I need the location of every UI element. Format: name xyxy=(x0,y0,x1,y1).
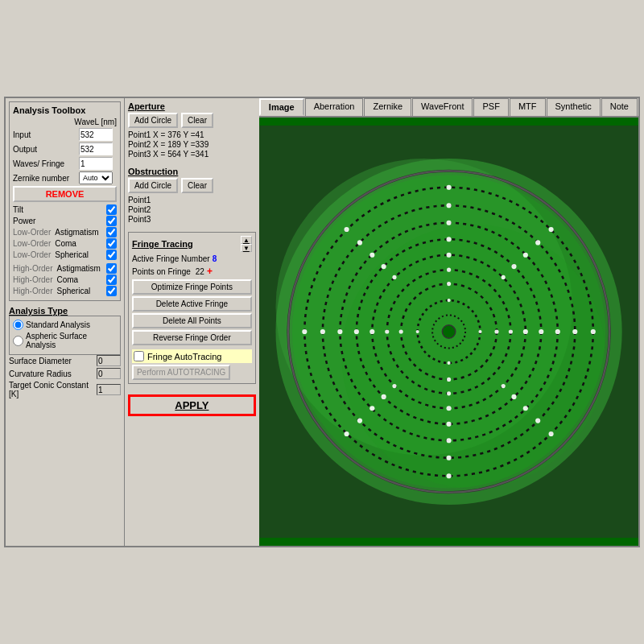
obstruction-section: Obstruction Add Circle Clear Point1 Poin… xyxy=(128,163,256,225)
analysis-toolbox-title: Analysis Toolbox xyxy=(13,105,117,115)
curvature-radius-field[interactable] xyxy=(97,368,121,379)
obstruction-point3: Point3 xyxy=(128,215,256,224)
surface-diameter-row: Surface Diameter xyxy=(9,355,121,366)
add-point-button[interactable]: + xyxy=(207,266,213,277)
svg-point-68 xyxy=(442,325,455,338)
svg-point-35 xyxy=(337,329,342,334)
svg-point-21 xyxy=(548,431,553,436)
remove-button[interactable]: REMOVE xyxy=(13,186,117,202)
input-label: Input xyxy=(13,130,77,139)
autotracing-checkbox[interactable] xyxy=(134,351,144,361)
fringe-down-arrow[interactable]: ▼ xyxy=(241,244,252,252)
svg-point-49 xyxy=(523,329,528,334)
svg-point-27 xyxy=(320,329,325,334)
svg-point-40 xyxy=(446,237,451,242)
power-checkbox[interactable] xyxy=(106,216,117,226)
lo-astigmatism-row: Low-Order Astigmatism xyxy=(13,227,117,237)
points-on-fringe-value: 22 xyxy=(196,267,204,276)
fringe-tracing-title: Fringe Tracing xyxy=(132,239,193,249)
delete-active-fringe-button[interactable]: Delete Active Fringe xyxy=(132,296,252,312)
ho-coma-checkbox[interactable] xyxy=(106,275,117,285)
svg-point-18 xyxy=(446,473,451,478)
aspheric-analysis-radio[interactable] xyxy=(13,336,23,346)
power-label: Power xyxy=(13,217,104,225)
active-fringe-label: Active Fringe Number xyxy=(132,254,210,263)
points-on-fringe-label: Points on Fringe xyxy=(132,267,191,276)
svg-point-29 xyxy=(535,419,540,423)
perform-autotracing-button[interactable]: Perform AUTOTRACING xyxy=(132,365,230,380)
svg-point-57 xyxy=(509,329,513,333)
svg-point-52 xyxy=(501,275,505,279)
svg-point-33 xyxy=(555,329,560,334)
aspheric-analysis-row: Aspheric SurfaceAnalysis xyxy=(13,332,117,349)
waves-fringe-field[interactable] xyxy=(79,157,113,170)
ho-astigmatism-checkbox[interactable] xyxy=(106,263,117,274)
standard-analysis-label: Standard Analysis xyxy=(26,320,90,329)
tab-aberration[interactable]: Aberration xyxy=(305,98,364,116)
active-fringe-row: Active Fringe Number 8 xyxy=(132,254,252,263)
input-field[interactable] xyxy=(79,128,113,141)
zernike-select[interactable]: Auto xyxy=(79,171,113,184)
tilt-checkbox[interactable] xyxy=(106,204,117,215)
reverse-fringe-order-button[interactable]: Reverse Fringe Order xyxy=(132,330,252,345)
aperture-title: Aperture xyxy=(128,101,256,111)
aperture-clear-button[interactable]: Clear xyxy=(181,113,213,128)
tilt-label: Tilt xyxy=(13,205,104,214)
tab-psf[interactable]: PSF xyxy=(473,98,508,116)
surface-diameter-field[interactable] xyxy=(97,355,121,366)
aperture-add-circle-button[interactable]: Add Circle xyxy=(128,113,178,128)
svg-point-67 xyxy=(415,330,419,333)
svg-point-59 xyxy=(385,329,389,333)
tab-mtf[interactable]: MTF xyxy=(510,98,546,116)
tab-wavefront[interactable]: WaveFront xyxy=(412,98,473,116)
analysis-type-title: Analysis Type xyxy=(9,306,121,316)
svg-point-17 xyxy=(591,329,596,334)
obstruction-add-circle-button[interactable]: Add Circle xyxy=(128,178,178,193)
standard-analysis-radio[interactable] xyxy=(13,320,23,330)
fringe-up-arrow[interactable]: ▲ xyxy=(241,236,252,244)
tab-note[interactable]: Note xyxy=(601,98,638,116)
lo-coma-checkbox[interactable] xyxy=(106,238,117,249)
fringe-arrows: ▲ ▼ xyxy=(241,236,252,252)
svg-point-42 xyxy=(446,422,451,427)
power-row: Power xyxy=(13,216,117,226)
tab-image[interactable]: Image xyxy=(259,98,304,116)
ho-spherical-checkbox[interactable] xyxy=(106,286,117,296)
lo-spherical-checkbox[interactable] xyxy=(106,250,117,260)
svg-point-32 xyxy=(446,221,451,225)
lo-coma-row: Low-Order Coma xyxy=(13,238,117,249)
aperture-section: Aperture Add Circle Clear Point1 X = 376… xyxy=(128,101,256,159)
ho-coma-right: Coma xyxy=(56,275,103,284)
tab-zernike[interactable]: Zernike xyxy=(364,98,411,116)
svg-point-28 xyxy=(535,240,540,245)
svg-point-24 xyxy=(446,203,451,208)
optimize-fringe-button[interactable]: Optimize Fringe Points xyxy=(132,279,252,295)
svg-point-60 xyxy=(447,282,451,286)
zernike-row: Zernike number Auto xyxy=(13,171,117,184)
obstruction-clear-button[interactable]: Clear xyxy=(181,178,213,193)
analysis-type-section: Analysis Type Standard Analysis Aspheric… xyxy=(9,306,121,400)
svg-point-56 xyxy=(447,268,451,272)
svg-point-50 xyxy=(446,406,451,411)
output-field[interactable] xyxy=(79,142,113,155)
aspheric-analysis-label: Aspheric SurfaceAnalysis xyxy=(26,332,87,349)
delete-all-points-button[interactable]: Delete All Points xyxy=(132,313,252,328)
obstruction-point2: Point2 xyxy=(128,205,256,214)
target-conic-field[interactable] xyxy=(97,384,121,395)
lo-astigmatism-checkbox[interactable] xyxy=(106,227,117,237)
svg-point-51 xyxy=(369,329,374,334)
obstruction-btn-row: Add Circle Clear xyxy=(128,178,256,193)
svg-point-64 xyxy=(447,299,450,302)
tab-synthetic[interactable]: Synthetic xyxy=(547,98,601,116)
analysis-toolbox: Analysis Toolbox WaveL [nm] Input Output… xyxy=(9,101,121,301)
apply-button[interactable]: APPLY xyxy=(128,394,256,416)
svg-point-54 xyxy=(392,384,396,388)
svg-point-22 xyxy=(344,431,349,436)
autotracing-row: Fringe AutoTracing xyxy=(132,349,252,363)
svg-point-65 xyxy=(478,330,481,333)
right-panel: Image Aberration Zernike WaveFront PSF M… xyxy=(259,98,638,546)
lo-spherical-right: Spherical xyxy=(55,250,104,259)
analysis-type-group: Standard Analysis Aspheric SurfaceAnalys… xyxy=(9,316,121,355)
waves-fringe-row: Waves/ Fringe xyxy=(13,157,117,170)
svg-point-62 xyxy=(447,378,451,382)
